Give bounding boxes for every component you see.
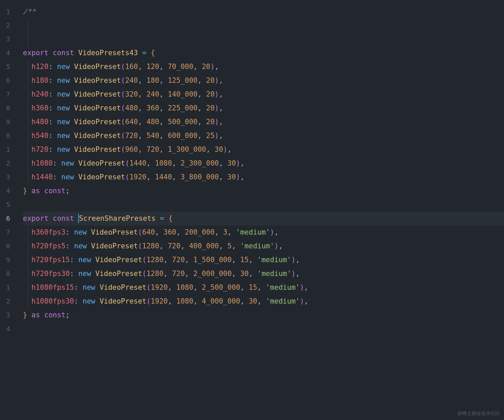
code-token: , — [206, 145, 215, 153]
code-token: 600_000 — [168, 132, 198, 140]
watermark: @稀土掘金技术社区 — [458, 409, 500, 418]
code-token: { — [151, 49, 155, 57]
line-number: 5 — [0, 198, 10, 212]
code-token: ( — [121, 63, 125, 71]
code-token: , — [163, 256, 172, 264]
code-token: 160 — [125, 63, 138, 71]
code-token: 15 — [249, 283, 257, 291]
line-number-gutter: 123456789012345678901234 — [0, 0, 10, 420]
code-token: , — [240, 283, 249, 291]
code-token: = — [160, 214, 164, 222]
code-token: 1_300_000 — [168, 145, 206, 153]
code-token: 960 — [125, 145, 138, 153]
code-token: h540 — [31, 132, 49, 140]
code-token: 30 — [240, 270, 249, 278]
code-token: 3_800_000 — [181, 173, 219, 181]
code-editor[interactable]: 123456789012345678901234 /**export const… — [0, 0, 504, 420]
code-token: new — [57, 145, 70, 153]
code-line[interactable]: export const VideoPresets43 = { — [23, 46, 504, 60]
code-token: new — [57, 132, 70, 140]
code-line[interactable]: h540: new VideoPreset(720, 540, 600_000,… — [23, 129, 504, 143]
code-token: 240 — [125, 76, 138, 84]
code-line[interactable]: h480: new VideoPreset(640, 480, 500_000,… — [23, 115, 504, 129]
code-token: ) — [274, 242, 279, 250]
code-token: ( — [125, 159, 129, 167]
code-line[interactable]: export const ScreenSharePresets = { — [23, 212, 504, 225]
code-line[interactable] — [23, 322, 504, 336]
code-line[interactable]: h240: new VideoPreset(320, 240, 140_000,… — [23, 88, 504, 101]
code-token: , — [240, 173, 245, 181]
code-token: : — [49, 63, 57, 71]
code-line[interactable] — [23, 32, 504, 46]
code-line[interactable]: h1080fps30: new VideoPreset(1920, 1080, … — [23, 294, 504, 308]
code-token: 320 — [125, 90, 138, 98]
code-line[interactable]: h1080: new VideoPreset(1440, 1080, 2_300… — [23, 156, 504, 170]
code-token: , — [219, 159, 227, 167]
line-number: 0 — [0, 129, 10, 143]
code-token: 30 — [227, 159, 236, 167]
code-token: ( — [125, 173, 129, 181]
code-line[interactable]: h720fps15: new VideoPreset(1280, 720, 1_… — [23, 253, 504, 267]
code-token: ( — [121, 76, 125, 84]
code-line[interactable]: h360: new VideoPreset(480, 360, 225_000,… — [23, 101, 504, 115]
code-line[interactable] — [23, 198, 504, 212]
code-token: 2_500_000 — [202, 283, 240, 291]
code-token — [74, 173, 78, 181]
code-line[interactable]: h360fps3: new VideoPreset(640, 360, 200_… — [23, 225, 504, 239]
code-line[interactable]: h180: new VideoPreset(240, 180, 125_000,… — [23, 74, 504, 88]
code-token: new — [83, 283, 95, 291]
code-line[interactable] — [23, 19, 504, 32]
code-token: VideoPreset — [74, 118, 121, 126]
code-token: , — [185, 256, 193, 264]
code-token: : — [49, 90, 57, 98]
code-token: ) — [215, 90, 219, 98]
code-line[interactable]: h720fps5: new VideoPreset(1280, 720, 400… — [23, 239, 504, 253]
code-token: h480 — [31, 118, 49, 126]
code-line[interactable]: } as const; — [23, 308, 504, 322]
code-token — [70, 104, 74, 112]
code-token: VideoPreset — [74, 104, 121, 112]
code-token — [164, 214, 168, 222]
code-token: 2_000_000 — [193, 270, 232, 278]
code-line[interactable]: h1440: new VideoPreset(1920, 1440, 3_800… — [23, 170, 504, 184]
code-token: , — [172, 173, 181, 181]
code-token: 2_300_000 — [181, 159, 219, 167]
code-token: 720 — [172, 270, 185, 278]
code-token — [147, 49, 151, 57]
code-token: 720 — [147, 145, 159, 153]
code-area[interactable]: /**export const VideoPresets43 = { h120:… — [10, 0, 504, 420]
code-token: , — [227, 228, 236, 236]
code-token: h1080fps15 — [31, 283, 74, 291]
code-line[interactable]: } as const; — [23, 184, 504, 198]
code-token — [74, 159, 78, 167]
code-token: , — [219, 90, 223, 98]
code-token: 1280 — [142, 242, 159, 250]
code-line[interactable]: h720: new VideoPreset(960, 720, 1_300_00… — [23, 143, 504, 156]
code-line[interactable]: /** — [23, 5, 504, 19]
code-line[interactable]: h1080fps15: new VideoPreset(1920, 1080, … — [23, 281, 504, 294]
code-token: 720 — [168, 242, 181, 250]
code-token: VideoPreset — [91, 242, 138, 250]
code-line[interactable]: h720fps30: new VideoPreset(1280, 720, 2_… — [23, 267, 504, 281]
code-token: 1080 — [155, 159, 172, 167]
code-token: export — [23, 214, 49, 222]
code-token: , — [159, 118, 168, 126]
code-token: h720 — [31, 145, 49, 153]
code-token: 1920 — [129, 173, 147, 181]
code-token: ( — [138, 228, 142, 236]
code-token: , — [138, 63, 146, 71]
line-number: 3 — [0, 308, 10, 322]
code-token: } — [23, 187, 27, 195]
code-token — [27, 311, 32, 319]
code-token: h720fps15 — [31, 256, 70, 264]
code-token: VideoPreset — [74, 63, 121, 71]
code-line[interactable]: h120: new VideoPreset(160, 120, 70_000, … — [23, 60, 504, 74]
code-token — [95, 297, 100, 305]
code-token: 30 — [227, 173, 236, 181]
code-token: , — [219, 132, 223, 140]
code-token: 20 — [206, 76, 215, 84]
code-token: , — [176, 228, 185, 236]
code-token: export — [23, 49, 49, 57]
line-number: 2 — [0, 156, 10, 170]
line-number: 1 — [0, 5, 10, 19]
